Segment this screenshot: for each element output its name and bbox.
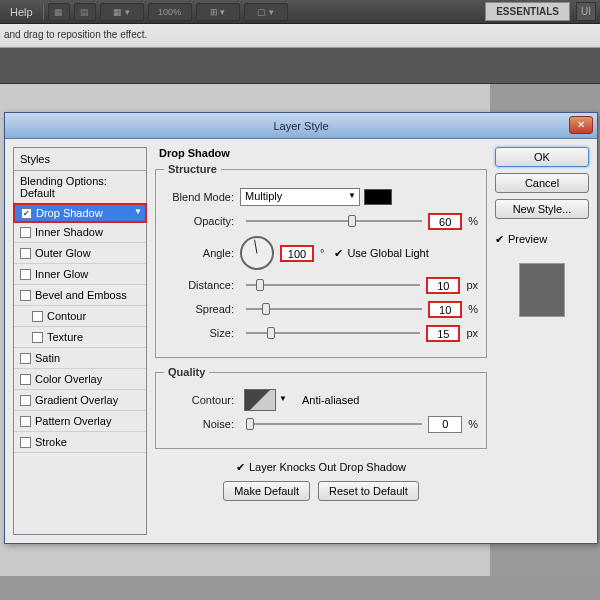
contour-label: Contour: xyxy=(164,394,240,406)
size-slider[interactable] xyxy=(246,326,420,340)
style-checkbox[interactable] xyxy=(20,269,31,280)
style-checkbox[interactable]: ✔ xyxy=(21,208,32,219)
layer-style-dialog: Layer Style ✕ Styles Blending Options: D… xyxy=(4,112,598,544)
style-checkbox[interactable] xyxy=(20,227,31,238)
style-item-contour[interactable]: Contour xyxy=(14,306,146,327)
style-item-outer-glow[interactable]: Outer Glow xyxy=(14,243,146,264)
contour-picker[interactable] xyxy=(244,389,276,411)
style-item-texture[interactable]: Texture xyxy=(14,327,146,348)
styles-list: Styles Blending Options: Default✔Drop Sh… xyxy=(13,147,147,535)
preview-label: Preview xyxy=(508,233,547,245)
style-label: Inner Glow xyxy=(35,268,88,280)
structure-group: Structure Blend Mode: Multiply Opacity: … xyxy=(155,163,487,358)
style-label: Color Overlay xyxy=(35,373,102,385)
style-checkbox[interactable] xyxy=(20,395,31,406)
settings-panel: Drop Shadow Structure Blend Mode: Multip… xyxy=(155,147,487,535)
styles-header[interactable]: Styles xyxy=(14,148,146,171)
ok-button[interactable]: OK xyxy=(495,147,589,167)
style-label: Contour xyxy=(47,310,86,322)
style-checkbox[interactable] xyxy=(20,374,31,385)
style-label: Pattern Overlay xyxy=(35,415,111,427)
reset-default-button[interactable]: Reset to Default xyxy=(318,481,419,501)
blend-mode-select[interactable]: Multiply xyxy=(240,188,360,206)
noise-slider[interactable] xyxy=(246,417,422,431)
dialog-titlebar[interactable]: Layer Style ✕ xyxy=(5,113,597,139)
help-menu[interactable]: Help xyxy=(4,4,39,20)
use-global-checkbox[interactable]: ✔ xyxy=(334,247,343,260)
style-item-gradient-overlay[interactable]: Gradient Overlay xyxy=(14,390,146,411)
toolbar-icon-2[interactable]: ▤ xyxy=(74,3,96,21)
toolbar-dropdown-1[interactable]: ▦ ▾ xyxy=(100,3,144,21)
spread-label: Spread: xyxy=(164,303,240,315)
quality-legend: Quality xyxy=(164,366,209,378)
spread-input[interactable]: 10 xyxy=(428,301,462,318)
options-hint: and drag to reposition the effect. xyxy=(0,24,600,48)
knocks-checkbox[interactable]: ✔ xyxy=(236,461,245,474)
preview-checkbox[interactable]: ✔ xyxy=(495,233,504,246)
style-item-stroke[interactable]: Stroke xyxy=(14,432,146,453)
bottom-bar xyxy=(0,576,600,600)
style-item-drop-shadow[interactable]: ✔Drop Shadow xyxy=(14,204,146,222)
spread-slider[interactable] xyxy=(246,302,422,316)
noise-input[interactable]: 0 xyxy=(428,416,462,433)
angle-unit: ° xyxy=(320,247,324,259)
structure-legend: Structure xyxy=(164,163,221,175)
style-label: Outer Glow xyxy=(35,247,91,259)
preview-swatch xyxy=(519,263,565,317)
angle-input[interactable]: 100 xyxy=(280,245,314,262)
spread-unit: % xyxy=(468,303,478,315)
size-input[interactable]: 15 xyxy=(426,325,460,342)
distance-label: Distance: xyxy=(164,279,240,291)
angle-label: Angle: xyxy=(164,247,240,259)
toolbar-icon-1[interactable]: ▦ xyxy=(48,3,70,21)
panel-title: Drop Shadow xyxy=(159,147,487,159)
noise-label: Noise: xyxy=(164,418,240,430)
style-item-bevel-and-emboss[interactable]: Bevel and Emboss xyxy=(14,285,146,306)
style-label: Bevel and Emboss xyxy=(35,289,127,301)
style-item-blending-options-default[interactable]: Blending Options: Default xyxy=(14,171,146,204)
workspace-other[interactable]: UI xyxy=(576,2,596,21)
style-label: Texture xyxy=(47,331,83,343)
dialog-buttons: OK Cancel New Style... ✔Preview xyxy=(495,147,589,535)
style-label: Gradient Overlay xyxy=(35,394,118,406)
use-global-label: Use Global Light xyxy=(347,247,428,259)
color-swatch[interactable] xyxy=(364,189,392,205)
style-item-inner-glow[interactable]: Inner Glow xyxy=(14,264,146,285)
style-checkbox[interactable] xyxy=(20,353,31,364)
opacity-input[interactable]: 60 xyxy=(428,213,462,230)
opacity-slider[interactable] xyxy=(246,214,422,228)
style-item-color-overlay[interactable]: Color Overlay xyxy=(14,369,146,390)
make-default-button[interactable]: Make Default xyxy=(223,481,310,501)
angle-wheel[interactable] xyxy=(240,236,274,270)
style-label: Inner Shadow xyxy=(35,226,103,238)
style-label: Satin xyxy=(35,352,60,364)
cancel-button[interactable]: Cancel xyxy=(495,173,589,193)
toolbar-dropdown-3[interactable]: ▢ ▾ xyxy=(244,3,288,21)
style-checkbox[interactable] xyxy=(20,416,31,427)
size-label: Size: xyxy=(164,327,240,339)
style-checkbox[interactable] xyxy=(32,311,43,322)
style-label: Drop Shadow xyxy=(36,207,103,219)
style-item-pattern-overlay[interactable]: Pattern Overlay xyxy=(14,411,146,432)
tab-bar-area xyxy=(0,48,600,84)
style-label: Blending Options: Default xyxy=(20,175,140,199)
distance-slider[interactable] xyxy=(246,278,420,292)
opacity-unit: % xyxy=(468,215,478,227)
style-checkbox[interactable] xyxy=(20,290,31,301)
new-style-button[interactable]: New Style... xyxy=(495,199,589,219)
distance-input[interactable]: 10 xyxy=(426,277,460,294)
close-icon[interactable]: ✕ xyxy=(569,116,593,134)
blend-mode-label: Blend Mode: xyxy=(164,191,240,203)
noise-unit: % xyxy=(468,418,478,430)
workspace-essentials[interactable]: ESSENTIALS xyxy=(485,2,570,21)
toolbar-dropdown-2[interactable]: ⊞ ▾ xyxy=(196,3,240,21)
anti-aliased-label: Anti-aliased xyxy=(302,394,359,406)
style-item-inner-shadow[interactable]: Inner Shadow xyxy=(14,222,146,243)
style-label: Stroke xyxy=(35,436,67,448)
style-item-satin[interactable]: Satin xyxy=(14,348,146,369)
style-checkbox[interactable] xyxy=(20,248,31,259)
style-checkbox[interactable] xyxy=(32,332,43,343)
dialog-title: Layer Style xyxy=(273,120,328,132)
style-checkbox[interactable] xyxy=(20,437,31,448)
zoom-dropdown[interactable]: 100% xyxy=(148,3,192,21)
